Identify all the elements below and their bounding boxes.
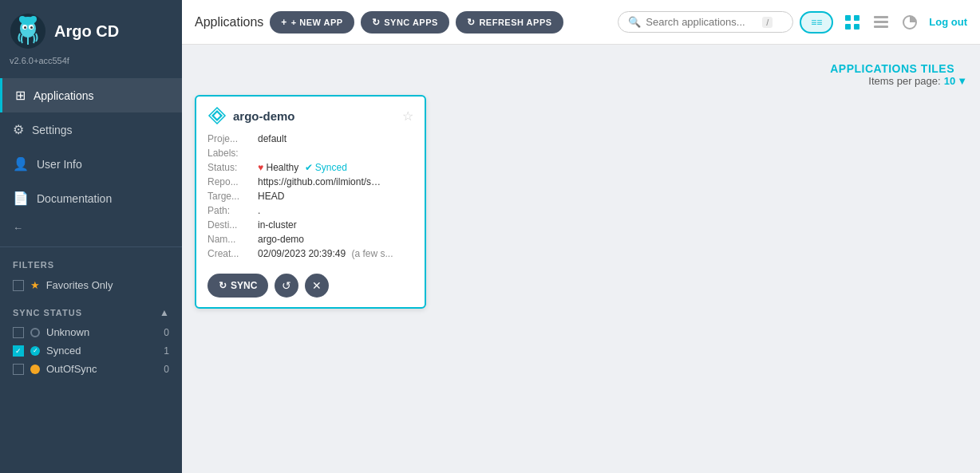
app-field-created: Creat... 02/09/2023 20:39:49 (a few s... xyxy=(207,246,413,261)
grid-view-icon xyxy=(844,14,860,30)
favorites-label: ★ Favorites Only xyxy=(30,279,113,291)
sidebar-item-settings[interactable]: ⚙ Settings xyxy=(0,112,182,147)
search-icon: 🔍 xyxy=(628,16,641,28)
app-card-name-row: argo-demo xyxy=(207,106,295,125)
refresh-btn-icon: ↺ xyxy=(282,279,291,292)
topbar-left: Applications + + NEW APP ↻ SYNC APPS ↻ R… xyxy=(195,11,563,34)
svg-point-7 xyxy=(19,16,26,22)
filters-title: FILTERS xyxy=(13,260,169,270)
search-input[interactable] xyxy=(646,16,757,28)
created-value: 02/09/2023 20:39:49 (a few s... xyxy=(258,248,393,259)
book-icon: 📄 xyxy=(13,191,29,206)
destination-value: in-cluster xyxy=(258,219,297,231)
sync-status-item-unknown[interactable]: Unknown 0 xyxy=(13,323,169,341)
project-label: Proje... xyxy=(207,133,251,144)
filters-section: FILTERS ★ Favorites Only xyxy=(0,254,182,301)
sidebar-collapse-btn[interactable]: ← xyxy=(0,215,182,240)
app-card-argo-demo: argo-demo ☆ Proje... default Labels: Sta… xyxy=(195,95,426,309)
refresh-icon: ↻ xyxy=(467,17,476,28)
sidebar-item-documentation[interactable]: 📄 Documentation xyxy=(0,181,182,215)
sidebar-item-label-documentation: Documentation xyxy=(37,192,112,205)
argo-logo-icon xyxy=(10,13,46,49)
search-slash-shortcut: / xyxy=(762,17,773,28)
check-icon: ✓ xyxy=(15,347,22,355)
new-app-button[interactable]: + + NEW APP xyxy=(270,11,354,34)
sync-status-collapse-btn[interactable]: ▲ xyxy=(160,307,169,318)
close-btn-icon: ✕ xyxy=(312,279,322,292)
topbar-right: 🔍 / ≡≡ xyxy=(618,10,967,35)
list-view-icon xyxy=(873,14,889,30)
app-name: argo-demo xyxy=(233,109,295,123)
plus-icon: + xyxy=(281,17,287,28)
sync-apps-button[interactable]: ↻ SYNC APPS xyxy=(361,11,449,34)
breadcrumb: Applications xyxy=(195,15,263,30)
target-value: HEAD xyxy=(258,191,284,202)
refresh-apps-button[interactable]: ↻ REFRESH APPS xyxy=(456,11,563,34)
app-card-argo-icon xyxy=(207,106,227,125)
sidebar-version: v2.6.0+acc554f xyxy=(0,56,182,78)
filter-button[interactable]: ≡≡ xyxy=(800,11,833,34)
sync-button[interactable]: ↻ SYNC xyxy=(207,274,268,298)
favorites-checkbox[interactable] xyxy=(13,280,24,291)
sidebar-logo-title: Argo CD xyxy=(54,22,119,41)
logout-button[interactable]: Log out xyxy=(929,16,967,28)
sidebar-item-applications[interactable]: ⊞ Applications xyxy=(0,78,182,112)
svg-point-4 xyxy=(24,26,26,29)
repo-label: Repo... xyxy=(207,176,251,187)
app-field-project: Proje... default xyxy=(207,132,413,146)
list-view-button[interactable] xyxy=(868,10,894,35)
filter-icon: ≡≡ xyxy=(811,17,822,28)
namespace-label: Nam... xyxy=(207,234,251,245)
sync-status-title: SYNC STATUS xyxy=(13,308,82,317)
sync-status-item-out-of-sync[interactable]: OutOfSync 0 xyxy=(13,360,169,378)
page-title: APPLICATIONS TILES xyxy=(830,62,954,75)
synced-count: 1 xyxy=(164,345,169,357)
sync-status-item-synced[interactable]: ✓ ✓ Synced 1 xyxy=(13,341,169,360)
synced-status-dot: ✓ xyxy=(30,346,40,356)
out-of-sync-status-dot xyxy=(30,365,40,374)
created-relative: (a few s... xyxy=(351,248,393,259)
topbar: Applications + + NEW APP ↻ SYNC APPS ↻ R… xyxy=(182,0,980,45)
status-value: ♥ Healthy ✔ Synced xyxy=(258,162,347,173)
svg-rect-13 xyxy=(874,16,888,18)
svg-rect-11 xyxy=(845,24,851,30)
sidebar-navigation: ⊞ Applications ⚙ Settings 👤 User Info 📄 … xyxy=(0,78,182,215)
user-icon: 👤 xyxy=(13,156,29,171)
sync-status-header: SYNC STATUS ▲ xyxy=(13,307,169,318)
heart-icon: ♥ xyxy=(258,162,263,173)
favorites-only-filter[interactable]: ★ Favorites Only xyxy=(13,276,169,294)
delete-button[interactable]: ✕ xyxy=(305,274,329,298)
star-icon-yellow: ★ xyxy=(30,279,40,291)
unknown-count: 0 xyxy=(164,327,169,338)
sync-icon: ↻ xyxy=(372,17,381,28)
path-label: Path: xyxy=(207,205,251,216)
sync-status-text: Synced xyxy=(315,162,347,173)
items-per-page-selector[interactable]: 10 ▼ xyxy=(944,75,967,87)
content-area: APPLICATIONS TILES Items per page: 10 ▼ … xyxy=(182,45,980,473)
arrow-left-icon: ← xyxy=(13,222,23,234)
refresh-button[interactable]: ↺ xyxy=(275,274,298,298)
chart-view-button[interactable] xyxy=(897,10,923,35)
sidebar-item-label-settings: Settings xyxy=(32,124,73,136)
svg-point-8 xyxy=(30,16,37,22)
unknown-checkbox[interactable] xyxy=(13,327,24,338)
app-field-namespace: Nam... argo-demo xyxy=(207,232,413,246)
sync-btn-icon: ↻ xyxy=(219,280,227,291)
target-label: Targe... xyxy=(207,191,251,202)
grid-icon: ⊞ xyxy=(15,88,26,103)
sidebar-divider xyxy=(0,246,182,247)
project-value: default xyxy=(258,133,286,144)
favorite-star-icon[interactable]: ☆ xyxy=(402,108,413,124)
grid-view-button[interactable] xyxy=(840,10,865,35)
sidebar-item-user-info[interactable]: 👤 User Info xyxy=(0,147,182,181)
synced-checkbox[interactable]: ✓ xyxy=(13,345,24,357)
check-small-icon: ✓ xyxy=(33,347,38,354)
app-field-path: Path: . xyxy=(207,203,413,218)
items-per-page-bar: Items per page: 10 ▼ xyxy=(195,75,967,87)
svg-rect-14 xyxy=(874,21,888,23)
out-of-sync-checkbox[interactable] xyxy=(13,364,24,375)
unknown-status-dot xyxy=(30,328,40,337)
svg-rect-9 xyxy=(845,15,851,21)
page-title-bar: APPLICATIONS TILES xyxy=(195,54,967,75)
unknown-label: Unknown xyxy=(46,326,89,338)
